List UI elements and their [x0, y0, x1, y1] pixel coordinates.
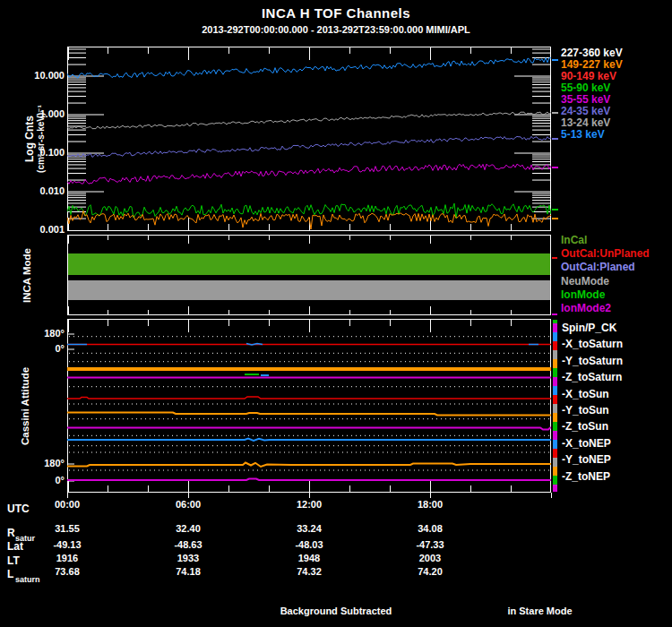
spin-strip-segment [553, 332, 557, 341]
mode-legend-item: OutCal:Planed [561, 261, 650, 274]
attitude-legend-item: -Z_toSaturn [562, 369, 623, 385]
utc-tick-value: 06:00 [152, 499, 224, 510]
ephemeris-value: 1916 [31, 553, 103, 563]
tof-plot [67, 47, 551, 231]
attitude-legend-item: -Y_toSaturn [562, 353, 623, 369]
ephemeris-value: -47.33 [394, 539, 466, 550]
mode-legend-item: IonMode [561, 288, 650, 302]
ephemeris-value: 1933 [152, 553, 224, 563]
attitude-legend-item: -X_toSun [562, 386, 623, 402]
spin-strip-segment [553, 476, 557, 485]
spin-strip-segment [553, 323, 557, 332]
axis-bottom-tick [309, 493, 310, 498]
page-subtitle: 2013-292T00:00:00.000 - 2013-292T23:59:0… [0, 24, 672, 35]
tof-end-tick [552, 218, 558, 219]
ephemeris-value: 2003 [394, 553, 466, 563]
spin-strip-segment [553, 386, 557, 395]
axis-bottom-tick [551, 493, 552, 498]
ephemeris-value: -48.63 [152, 539, 224, 550]
tof-ytick-label: 10.000 [13, 70, 65, 81]
footer-note-right: in Stare Mode [475, 606, 605, 616]
footer-note-left: Background Subtracted [228, 606, 444, 616]
spin-strip-segment [553, 467, 557, 476]
attitude-legend-item: -X_toSaturn [562, 336, 623, 352]
attitude-plot [67, 319, 551, 493]
spin-strip-segment [553, 422, 557, 431]
utc-tick-value: 18:00 [394, 499, 466, 510]
attitude-line--y-tosun [67, 413, 551, 416]
spin-strip-segment [553, 395, 557, 404]
tof-series-24-35-keV [67, 136, 551, 157]
attitude-ytick-label: 180° [13, 328, 65, 339]
attitude-legend: Spin/P_CK-X_toSaturn-Y_toSaturn-Z_toSatu… [562, 320, 623, 485]
mode-ylabel: INCA Mode [22, 231, 33, 321]
tof-series-35-55-keV [67, 164, 551, 184]
spin-strip-segment [553, 404, 557, 413]
inca-tof-screen: INCA H TOF Channels 2013-292T00:00:00.00… [0, 0, 672, 627]
ephemeris-value: 31.55 [31, 523, 103, 534]
mode-edge-tick [552, 314, 557, 315]
tof-end-tick [552, 59, 558, 61]
ephemeris-value: -48.03 [273, 539, 345, 550]
attitude-line--z-tosun [67, 428, 551, 430]
tof-legend-item: 5-13 keV [561, 129, 623, 141]
axis-bottom-tick [188, 493, 189, 498]
mode-legend-item: InCal [561, 234, 650, 247]
axis-bottom-tick [430, 493, 431, 498]
ephemeris-value: 74.18 [152, 566, 224, 577]
utc-axis-label: UTC [7, 502, 30, 515]
tof-series-5-13-keV [67, 58, 551, 79]
spin-strip-segment [553, 413, 557, 422]
ephemeris-row-label: LT [7, 554, 20, 567]
attitude-line--y-tonep [67, 463, 551, 468]
attitude-line--z-tonep [67, 479, 551, 481]
mode-legend-item: IonMode2 [561, 302, 650, 315]
tof-ytick-label: 1.000 [13, 108, 65, 119]
tof-end-tick [552, 112, 558, 114]
tof-legend: 227-360 keV149-227 keV90-149 keV55-90 ke… [561, 47, 623, 141]
ephemeris-row-label: R [7, 527, 15, 539]
tof-end-tick [552, 209, 558, 210]
attitude-legend-item: -X_toNEP [562, 435, 623, 451]
attitude-line--x-tonep [67, 439, 551, 442]
mode-legend: InCalOutCal:UnPlanedOutCal:PlanedNeuMode… [561, 234, 650, 315]
spin-strip-segment [553, 440, 557, 449]
utc-tick-value: 12:00 [273, 499, 345, 510]
attitude-ytick-label: 0° [13, 475, 65, 485]
spin-strip-segment [553, 341, 557, 350]
axis-bottom-tick [67, 493, 68, 498]
attitude-line--x-tosaturn [246, 344, 263, 346]
attitude-line--x-tosun [67, 397, 551, 399]
mode-edge-tick [552, 257, 557, 259]
neutral-mode-band [68, 280, 550, 300]
attitude-ytick-label: 0° [13, 343, 65, 354]
spin-strip-segment [553, 359, 557, 368]
ephemeris-value: 73.68 [31, 566, 103, 577]
ephemeris-value: 1948 [273, 553, 345, 563]
page-title: INCA H TOF Channels [0, 5, 672, 21]
spin-strip-segment [553, 449, 557, 458]
mode-legend-item: OutCal:UnPlaned [561, 247, 650, 261]
ephemeris-row-label: L [7, 568, 13, 580]
spin-strip-segment [553, 350, 557, 359]
spin-strip-segment [553, 431, 557, 440]
ephemeris-value: 74.32 [273, 566, 345, 577]
spin-strip-segment [553, 485, 557, 492]
spin-strip-segment [553, 458, 557, 467]
spin-strip-segment [553, 377, 557, 386]
ephemeris-value: 32.40 [152, 523, 224, 534]
tof-ytick-label: 0.010 [13, 185, 65, 196]
spin-strip-segment [553, 368, 557, 377]
tof-series-13-24-keV [67, 112, 551, 129]
tof-ytick-label: 0.100 [13, 147, 65, 158]
attitude-ylabel: Cassini Attitude [20, 344, 31, 469]
attitude-ytick-label: 180° [13, 458, 65, 468]
mode-plot [67, 235, 551, 315]
mode-legend-item: NeuMode [561, 275, 650, 288]
ephemeris-value: 34.08 [394, 523, 466, 534]
attitude-legend-item: -Y_toNEP [562, 451, 623, 468]
attitude-legend-item: -Y_toSun [562, 402, 623, 418]
ephemeris-row-label: Lat [7, 540, 23, 553]
ephemeris-value: 74.20 [394, 566, 466, 577]
tof-end-tick [552, 167, 558, 168]
